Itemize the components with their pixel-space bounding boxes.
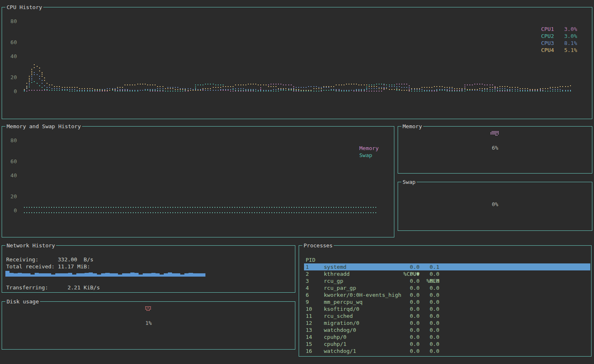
network-history-panel: Network History Receiving: 332.00 B/s To… [2,245,295,293]
network-transferring-line: Transferring: 2.21 KiB/s [6,284,100,291]
process-command: rcu_par_gp [324,284,405,291]
process-mem: 0.0 [423,298,439,305]
process-row[interactable]: 16watchdog/10.00.0 [304,348,590,355]
process-cpu: 0.0 [399,305,420,312]
process-row[interactable]: 13watchdog/00.00.0 [304,326,590,333]
process-cpu: 0.0 [399,341,420,348]
process-row[interactable]: 4rcu_par_gp0.00.0 [304,284,590,291]
cpu-history-chart [2,7,592,119]
process-row[interactable]: 14cpuhp/00.00.0 [304,333,590,341]
process-mem: 0.1 [423,263,439,270]
process-pid: 2 [306,270,324,277]
cpu-legend-row: CPU13.0% [541,26,577,33]
disk-percent: 1% [2,320,295,326]
disk-usage-title: Disk usage [5,298,40,305]
memory-gauge-panel: Memory 6% [398,126,592,174]
swap-percent: 0% [398,201,592,207]
process-command: kthreadd [324,270,405,277]
process-table-header: PID Command %CPU▼ %MEM [304,249,590,256]
process-cpu: 0.0 [399,319,420,326]
process-pid: 16 [306,348,324,355]
process-pid: 6 [306,291,324,298]
process-cpu: 0.0 [399,277,420,284]
process-command: ksoftirqd/0 [324,305,405,312]
process-pid: 1 [306,263,324,270]
process-cpu: 0.0 [399,291,420,298]
process-command: watchdog/1 [324,348,405,355]
memswap-legend-row: Swap [359,152,379,159]
process-command: migration/0 [324,319,405,326]
process-command: rcu_sched [324,312,405,319]
process-mem: 0.0 [423,348,439,355]
process-mem: 0.0 [423,312,439,319]
process-cpu: 0.0 [399,263,420,270]
process-pid: 11 [306,312,324,319]
process-row[interactable]: 9mm_percpu_wq0.00.0 [304,298,590,305]
process-command: cpuhp/0 [324,333,405,341]
process-command: mm_percpu_wq [324,298,405,305]
process-pid: 9 [306,298,324,305]
process-pid: 10 [306,305,324,312]
network-receiving-line: Receiving: 332.00 B/s [6,256,93,263]
process-mem: 0.0 [423,277,439,284]
process-row[interactable]: 3rcu_gp0.00.0 [304,277,590,284]
process-rows: 1systemd0.00.12kthreadd0.00.03rcu_gp0.00… [304,263,590,355]
cpu-legend: CPU13.0%CPU23.0%CPU38.1%CPU45.1% [541,26,577,54]
process-mem: 0.0 [423,270,439,277]
memory-percent: 6% [398,145,592,151]
network-history-title: Network History [5,242,56,249]
process-row[interactable]: 11rcu_sched0.00.0 [304,312,590,319]
process-command: watchdog/0 [324,326,405,333]
process-cpu: 0.0 [399,326,420,333]
process-pid: 3 [306,277,324,284]
network-receive-sparkline [5,270,212,277]
process-cpu: 0.0 [399,270,420,277]
process-command: cpuhp/1 [324,341,405,348]
process-pid: 14 [306,333,324,341]
process-row[interactable]: 2kthreadd0.00.0 [304,270,590,277]
processes-panel: Processes PID Command %CPU▼ %MEM 1system… [299,245,592,357]
memswap-history-panel: Memory and Swap History 806040200 Memory… [2,126,394,237]
process-mem: 0.0 [423,333,439,341]
process-pid: 15 [306,341,324,348]
disk-usage-panel: Disk usage 1% [2,301,295,350]
cpu-history-panel: CPU History 806040200 CPU13.0%CPU23.0%CP… [2,7,592,119]
memory-panel-title: Memory [401,123,423,129]
process-cpu: 0.0 [399,348,420,355]
process-mem: 0.0 [423,319,439,326]
process-pid: 13 [306,326,324,333]
process-row[interactable]: 6kworker/0:0H-events_high0.00.0 [304,291,590,298]
process-row[interactable]: 1systemd0.00.1 [304,263,590,270]
process-command: rcu_gp [324,277,405,284]
memory-gauge-icon [490,131,500,137]
process-mem: 0.0 [423,305,439,312]
cpu-legend-row: CPU23.0% [541,33,577,40]
process-cpu: 0.0 [399,333,420,341]
process-cpu: 0.0 [399,298,420,305]
process-row[interactable]: 15cpuhp/10.00.0 [304,341,590,348]
process-pid: 12 [306,319,324,326]
process-command: systemd [324,263,405,270]
processes-title: Processes [302,242,334,249]
disk-gauge-icon [145,306,152,312]
column-header-pid[interactable]: PID [306,256,324,263]
header-spacer [304,256,590,263]
process-table: PID Command %CPU▼ %MEM 1systemd0.00.12kt… [304,249,590,355]
memswap-legend-row: Memory [359,145,379,152]
process-pid: 4 [306,284,324,291]
memswap-legend: MemorySwap [359,145,379,159]
memswap-history-chart [2,127,394,237]
process-row[interactable]: 12migration/00.00.0 [304,319,590,326]
process-mem: 0.0 [423,341,439,348]
process-command: kworker/0:0H-events_high [324,291,405,298]
process-row[interactable]: 10ksoftirqd/00.00.0 [304,305,590,312]
network-total-received-line: Total received: 11.17 MiB: [6,263,90,270]
process-mem: 0.0 [423,326,439,333]
cpu-legend-row: CPU38.1% [541,40,577,47]
swap-gauge-panel: Swap 0% [398,182,592,231]
swap-panel-title: Swap [401,179,417,185]
process-cpu: 0.0 [399,312,420,319]
process-cpu: 0.0 [399,284,420,291]
process-mem: 0.0 [423,284,439,291]
cpu-legend-row: CPU45.1% [541,47,577,54]
